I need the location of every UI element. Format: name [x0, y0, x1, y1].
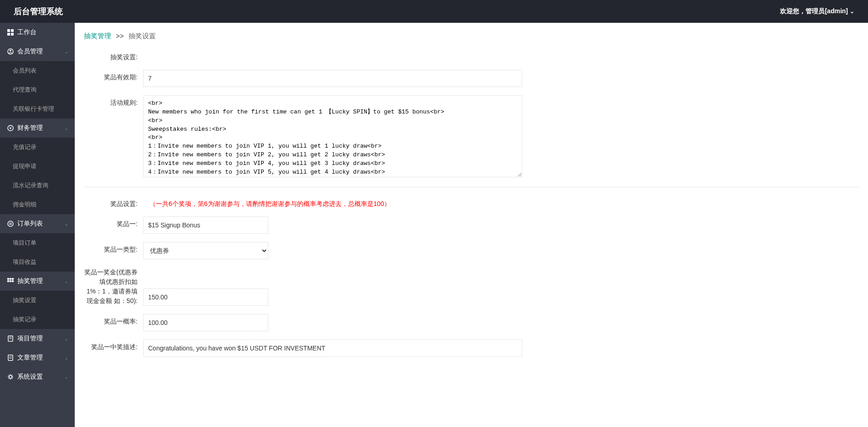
sidebar-item-recharge[interactable]: 充值记录: [0, 138, 75, 157]
svg-rect-3: [11, 33, 14, 36]
validity-label: 奖品有效期:: [84, 70, 143, 82]
sidebar-item-label: 财务管理: [17, 124, 43, 132]
sidebar-item-label: 抽奖设置: [13, 296, 36, 304]
svg-rect-15: [7, 280, 9, 282]
divider: [84, 187, 859, 187]
validity-input[interactable]: [143, 70, 522, 87]
list-icon: [6, 221, 15, 227]
sidebar-item-workbench[interactable]: 工作台: [0, 23, 75, 42]
sidebar-item-label: 关联银行卡管理: [13, 105, 54, 113]
svg-rect-2: [7, 33, 10, 36]
app-title: 后台管理系统: [14, 6, 63, 17]
sidebar-item-member-list[interactable]: 会员列表: [0, 61, 75, 80]
chevron-down-icon: ⌄: [850, 8, 854, 15]
sidebar-item-lottery-records[interactable]: 抽奖记录: [0, 310, 75, 329]
sidebar-item-label: 项目订单: [13, 239, 36, 247]
sidebar-item-label: 佣金明细: [13, 201, 36, 209]
sidebar-item-lottery-settings[interactable]: 抽奖设置: [0, 291, 75, 310]
prize1-desc-label: 奖品一中奖描述:: [84, 340, 143, 351]
sidebar-item-label: 会员列表: [13, 67, 36, 75]
chevron-down-icon: ⌄: [64, 125, 68, 131]
rules-label: 活动规则:: [84, 95, 143, 107]
svg-point-24: [9, 376, 12, 378]
prize1-name-input[interactable]: [143, 216, 268, 234]
sidebar-item-flow[interactable]: 流水记录查询: [0, 176, 75, 195]
sidebar-item-bankcard[interactable]: 关联银行卡管理: [0, 99, 75, 118]
sidebar-item-project-mgmt[interactable]: 项目管理 ⌄: [0, 329, 75, 348]
sidebar-item-label: 流水记录查询: [13, 181, 48, 190]
sidebar-item-agent-query[interactable]: 代理查询: [0, 80, 75, 99]
prize1-name-label: 奖品一:: [84, 216, 143, 228]
svg-rect-0: [7, 29, 10, 32]
prize1-type-select[interactable]: 优惠券: [143, 242, 268, 259]
user-menu[interactable]: 欢迎您，管理员[admin] ⌄: [780, 7, 854, 15]
header: 后台管理系统 欢迎您，管理员[admin] ⌄: [0, 0, 868, 23]
prize1-type-label: 奖品一类型:: [84, 242, 143, 254]
main-content: 抽奖管理 >> 抽奖设置 抽奖设置: 奖品有效期: 活动规则:: [75, 23, 868, 427]
prize1-desc-input[interactable]: [143, 340, 522, 357]
file-icon: [6, 335, 15, 342]
coin-icon: ¥: [6, 125, 15, 131]
user-icon: [6, 48, 15, 55]
svg-rect-13: [10, 278, 11, 280]
chevron-down-icon: ⌄: [64, 278, 68, 284]
prize1-amount-label: 奖品一奖金(优惠券填优惠折扣如1%：1，邀请券填现金金额 如：50):: [84, 268, 143, 306]
prize1-amount-input[interactable]: [143, 288, 268, 306]
svg-rect-16: [10, 280, 11, 282]
sidebar-item-label: 代理查询: [13, 86, 36, 94]
sidebar: 工作台 会员管理 ⌄ 会员列表 代理查询 关联银行卡管理 ¥ 财务管理 ⌄ 充值…: [0, 23, 75, 427]
sidebar-item-project-order[interactable]: 项目订单: [0, 233, 75, 252]
sidebar-item-label: 工作台: [17, 28, 36, 36]
sidebar-item-label: 会员管理: [17, 47, 43, 56]
prize1-probability-input[interactable]: [143, 314, 268, 331]
sidebar-item-withdraw[interactable]: 提现申请: [0, 157, 75, 176]
svg-rect-17: [12, 280, 14, 282]
sidebar-item-label: 项目收益: [13, 258, 36, 266]
prize-settings-label: 奖品设置:: [84, 196, 143, 208]
prize-settings-note: （一共6个奖项，第6为谢谢参与，请酌情把谢谢参与的概率考虑进去，总概率是100）: [149, 196, 390, 208]
chevron-down-icon: ⌄: [64, 221, 68, 227]
gear-icon: [6, 374, 15, 380]
sidebar-item-label: 系统设置: [17, 373, 43, 381]
chevron-down-icon: ⌄: [64, 355, 68, 361]
svg-rect-14: [12, 278, 14, 280]
document-icon: [6, 355, 15, 361]
sidebar-item-commission[interactable]: 佣金明细: [0, 195, 75, 214]
prize1-probability-label: 奖品一概率:: [84, 314, 143, 326]
sidebar-item-label: 项目管理: [17, 334, 43, 343]
chevron-down-icon: ⌄: [64, 336, 68, 342]
breadcrumb-sep: >>: [116, 32, 124, 40]
sidebar-item-label: 订单列表: [17, 220, 43, 228]
dashboard-icon: [6, 29, 15, 36]
sidebar-item-article-mgmt[interactable]: 文章管理 ⌄: [0, 348, 75, 367]
sidebar-item-members[interactable]: 会员管理 ⌄: [0, 42, 75, 61]
svg-point-5: [10, 50, 11, 51]
sidebar-item-label: 抽奖管理: [17, 277, 43, 285]
breadcrumb: 抽奖管理 >> 抽奖设置: [75, 23, 868, 45]
svg-rect-21: [8, 355, 13, 360]
sidebar-item-label: 提现申请: [13, 162, 36, 170]
chevron-down-icon: ⌄: [64, 374, 68, 380]
breadcrumb-current: 抽奖设置: [128, 32, 156, 40]
sidebar-item-orders[interactable]: 订单列表 ⌄: [0, 214, 75, 233]
sidebar-item-finance[interactable]: ¥ 财务管理 ⌄: [0, 118, 75, 138]
sidebar-item-label: 充值记录: [13, 143, 36, 151]
sidebar-item-project-earnings[interactable]: 项目收益: [0, 252, 75, 272]
sidebar-item-lottery[interactable]: 抽奖管理 ⌄: [0, 272, 75, 291]
svg-text:¥: ¥: [9, 126, 12, 130]
rules-textarea[interactable]: [143, 95, 522, 177]
svg-rect-12: [7, 278, 9, 280]
sidebar-item-label: 抽奖记录: [13, 315, 36, 324]
svg-rect-1: [11, 29, 14, 32]
section-title-label: 抽奖设置:: [84, 50, 143, 62]
breadcrumb-parent[interactable]: 抽奖管理: [84, 32, 111, 40]
welcome-text: 欢迎您，管理员[admin]: [780, 7, 848, 15]
sidebar-item-system-settings[interactable]: 系统设置 ⌄: [0, 367, 75, 386]
chevron-down-icon: ⌄: [64, 49, 68, 55]
sidebar-item-label: 文章管理: [17, 354, 43, 362]
grid-icon: [6, 278, 15, 284]
